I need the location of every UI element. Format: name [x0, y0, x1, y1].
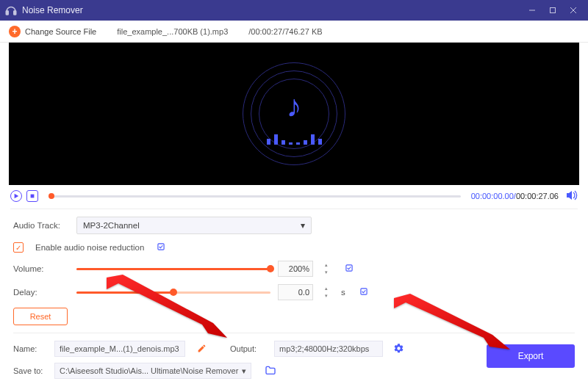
noise-reduction-label: Enable audio noise reduction — [35, 243, 144, 252]
export-button[interactable]: Export — [487, 344, 575, 368]
seek-track[interactable] — [49, 195, 461, 198]
svg-rect-11 — [361, 289, 367, 294]
play-button[interactable] — [10, 190, 22, 202]
name-field[interactable]: file_example_M...(1)_denois.mp3 — [54, 341, 185, 357]
volume-icon[interactable] — [566, 190, 578, 202]
export-label: Export — [518, 351, 544, 361]
chevron-down-icon[interactable]: ▾ — [322, 292, 331, 300]
delay-knob[interactable] — [170, 289, 177, 296]
plus-icon: + — [9, 26, 21, 37]
music-visualizer: ♪ — [243, 62, 345, 165]
titlebar: Noise Remover — [0, 0, 588, 21]
audio-track-value: MP3-2Channel — [83, 221, 140, 230]
delay-stepper[interactable]: ▴▾ — [322, 285, 331, 300]
chevron-up-icon[interactable]: ▴ — [322, 261, 331, 269]
name-value: file_example_M...(1)_denois.mp3 — [60, 344, 179, 353]
svg-rect-3 — [551, 8, 556, 13]
reset-button[interactable]: Reset — [13, 308, 68, 325]
delay-input[interactable]: 0.0 — [278, 284, 313, 300]
time-display: 00:00:00.00/00:00:27.06 — [471, 192, 559, 200]
svg-marker-6 — [15, 194, 19, 198]
chevron-down-icon[interactable]: ▾ — [322, 269, 331, 276]
delay-label: Delay: — [13, 288, 69, 297]
output-label: Output: — [230, 344, 267, 353]
saveto-label: Save to: — [13, 366, 47, 375]
volume-knob[interactable] — [267, 265, 274, 272]
noise-reduction-checkbox[interactable]: ✓ — [13, 242, 24, 253]
delay-slider[interactable] — [76, 291, 270, 294]
saveto-value: C:\Aiseesoft Studio\Ais... Ultimate\Nois… — [60, 366, 238, 375]
maximize-button[interactable] — [542, 3, 563, 18]
stop-button[interactable] — [26, 190, 38, 202]
svg-rect-10 — [346, 265, 352, 271]
time-duration: 00:00:27.06 — [516, 192, 559, 200]
change-source-button[interactable]: + Change Source File — [9, 26, 96, 37]
preview-panel: ♪ — [9, 43, 579, 185]
svg-rect-1 — [14, 11, 16, 15]
window-title: Noise Remover — [22, 5, 522, 15]
change-source-label: Change Source File — [25, 27, 96, 36]
chevron-down-icon: ▾ — [242, 366, 246, 376]
app-logo-icon — [4, 4, 18, 17]
volume-slider[interactable] — [76, 268, 270, 270]
volume-value: 200% — [289, 264, 309, 273]
volume-label: Volume: — [13, 264, 69, 273]
delay-unit: s — [341, 288, 345, 297]
svg-rect-9 — [158, 244, 164, 250]
music-note-icon: ♪ — [287, 89, 302, 124]
time-current: 00:00:00.00 — [471, 192, 514, 200]
audio-track-select[interactable]: MP3-2Channel ▾ — [76, 217, 312, 234]
reset-label: Reset — [30, 312, 51, 321]
noise-settings-icon[interactable] — [156, 242, 166, 253]
folder-icon[interactable] — [265, 365, 276, 377]
audio-track-label: Audio Track: — [13, 221, 69, 230]
toolbar: + Change Source File file_example_...700… — [0, 21, 588, 43]
saveto-select[interactable]: C:\Aiseesoft Studio\Ais... Ultimate\Nois… — [54, 363, 251, 379]
close-button[interactable] — [563, 3, 584, 18]
source-fileinfo: /00:00:27/746.27 KB — [248, 27, 322, 36]
equalizer-icon — [267, 134, 322, 145]
svg-rect-7 — [31, 195, 35, 198]
minimize-button[interactable] — [522, 3, 542, 18]
delay-value: 0.0 — [298, 288, 309, 297]
volume-stepper[interactable]: ▴▾ — [322, 261, 331, 276]
delay-reset-icon[interactable] — [359, 286, 369, 298]
chevron-up-icon[interactable]: ▴ — [322, 285, 331, 292]
source-filename: file_example_...700KB (1).mp3 — [117, 27, 228, 36]
controls-panel: Audio Track: MP3-2Channel ▾ ✓ Enable aud… — [0, 214, 588, 325]
svg-rect-0 — [6, 11, 8, 15]
volume-input[interactable]: 200% — [278, 261, 313, 277]
gear-icon[interactable] — [393, 343, 404, 355]
edit-icon[interactable] — [197, 344, 207, 355]
output-value: mp3;2;48000Hz;320kbps — [279, 344, 369, 353]
svg-marker-8 — [567, 191, 572, 200]
playbar: 00:00:00.00/00:00:27.06 — [0, 185, 588, 203]
volume-reset-icon[interactable] — [344, 263, 354, 275]
name-label: Name: — [13, 344, 47, 353]
output-field[interactable]: mp3;2;48000Hz;320kbps — [274, 341, 383, 357]
seek-knob[interactable] — [49, 193, 54, 199]
chevron-down-icon: ▾ — [301, 220, 305, 231]
